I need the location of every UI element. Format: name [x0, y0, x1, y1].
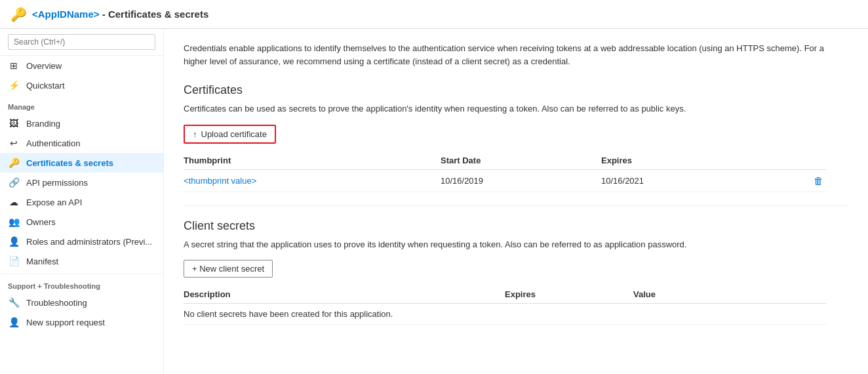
start-date-value: 10/16/2019	[441, 169, 601, 192]
sidebar-item-owners[interactable]: 👥 Owners	[0, 212, 163, 232]
app-name: <AppIDName>	[32, 9, 100, 20]
certificates-section-title: Certificates	[184, 83, 848, 97]
sidebar-item-new-support[interactable]: 👤 New support request	[0, 312, 163, 332]
certificates-secrets-icon: 🔑	[8, 157, 20, 168]
new-client-secret-button[interactable]: + New client secret	[184, 260, 273, 278]
certificates-table: Thumbprint Start Date Expires <thumbprin…	[184, 150, 826, 192]
page-header: 🔑 <AppIDName> - Certificates & secrets	[0, 0, 868, 29]
client-secrets-description: A secret string that the application use…	[184, 238, 826, 251]
sidebar-item-overview[interactable]: ⊞ Overview	[0, 56, 163, 75]
sidebar-item-roles-admins-label: Roles and administrators (Previ...	[26, 237, 152, 247]
manifest-icon: 📄	[8, 256, 20, 266]
sidebar-item-overview-label: Overview	[26, 61, 62, 71]
sidebar-item-roles-admins[interactable]: 👤 Roles and administrators (Previ...	[0, 232, 163, 251]
owners-icon: 👥	[8, 217, 20, 227]
overview-icon: ⊞	[8, 60, 20, 71]
search-input[interactable]	[8, 34, 155, 50]
sidebar-item-branding[interactable]: 🖼 Branding	[0, 114, 163, 133]
new-support-icon: 👤	[8, 317, 20, 327]
no-data-text: No client secrets have been created for …	[184, 304, 826, 325]
api-permissions-icon: 🔗	[8, 177, 20, 188]
sidebar-item-quickstart[interactable]: ⚡ Quickstart	[0, 75, 163, 95]
client-secrets-table: Description Expires Value No client secr…	[184, 284, 826, 325]
expose-api-icon: ☁	[8, 197, 20, 207]
col-header-value: Value	[633, 284, 794, 304]
sidebar-item-new-support-label: New support request	[26, 318, 105, 327]
manage-section-label: Manage	[0, 95, 163, 114]
col-header-description: Description	[184, 284, 505, 304]
new-client-secret-label: + New client secret	[192, 264, 264, 274]
thumbprint-value[interactable]: <thumbprint value>	[184, 169, 441, 192]
sidebar-item-manifest[interactable]: 📄 Manifest	[0, 251, 163, 271]
section-divider	[184, 205, 848, 206]
delete-action[interactable]: 🗑	[762, 169, 826, 192]
sidebar-item-authentication[interactable]: ↩ Authentication	[0, 133, 163, 153]
sidebar-item-api-permissions-label: API permissions	[26, 178, 88, 188]
intro-text: Credentials enable applications to ident…	[184, 42, 826, 68]
sidebar-item-troubleshooting-label: Troubleshooting	[26, 298, 87, 308]
no-secrets-row: No client secrets have been created for …	[184, 304, 826, 325]
table-row: <thumbprint value> 10/16/2019 10/16/2021…	[184, 169, 826, 192]
client-secrets-section-title: Client secrets	[184, 219, 848, 233]
support-section-label: Support + Troubleshooting	[0, 274, 163, 293]
sidebar-item-expose-api[interactable]: ☁ Expose an API	[0, 192, 163, 212]
upload-certificate-label: Upload certificate	[201, 129, 267, 139]
branding-icon: 🖼	[8, 118, 20, 129]
sidebar-item-owners-label: Owners	[26, 217, 56, 227]
delete-icon[interactable]: 🗑	[814, 175, 823, 186]
sidebar-search-container	[0, 29, 163, 56]
col-header-action-cs	[794, 284, 826, 304]
sidebar-item-authentication-label: Authentication	[26, 138, 80, 148]
troubleshooting-icon: 🔧	[8, 297, 20, 308]
sidebar-item-branding-label: Branding	[26, 119, 60, 129]
col-header-expires: Expires	[601, 150, 762, 170]
expires-value: 10/16/2021	[601, 169, 762, 192]
sidebar-item-api-permissions[interactable]: 🔗 API permissions	[0, 173, 163, 192]
sidebar-item-manifest-label: Manifest	[26, 257, 58, 266]
sidebar-item-expose-api-label: Expose an API	[26, 197, 82, 207]
header-key-icon: 🔑	[10, 7, 27, 22]
roles-admins-icon: 👤	[8, 236, 20, 247]
upload-icon: ↑	[193, 129, 197, 139]
sidebar-item-certificates-secrets-label: Certificates & secrets	[26, 158, 113, 168]
sidebar-item-troubleshooting[interactable]: 🔧 Troubleshooting	[0, 293, 163, 312]
header-separator: -	[102, 9, 108, 20]
col-header-expires-cs: Expires	[505, 284, 633, 304]
sidebar: ⊞ Overview ⚡ Quickstart Manage 🖼 Brandin…	[0, 29, 164, 374]
col-header-start-date: Start Date	[441, 150, 601, 170]
main-content: Credentials enable applications to ident…	[164, 29, 868, 374]
sidebar-item-certificates-secrets[interactable]: 🔑 Certificates & secrets	[0, 153, 163, 173]
quickstart-icon: ⚡	[8, 80, 20, 91]
col-header-action	[762, 150, 826, 170]
page-title: Certificates & secrets	[108, 9, 208, 20]
authentication-icon: ↩	[8, 138, 20, 148]
certificates-description: Certificates can be used as secrets to p…	[184, 102, 826, 115]
upload-certificate-button[interactable]: ↑ Upload certificate	[184, 125, 276, 144]
col-header-thumbprint: Thumbprint	[184, 150, 441, 170]
main-layout: ⊞ Overview ⚡ Quickstart Manage 🖼 Brandin…	[0, 29, 868, 374]
sidebar-item-quickstart-label: Quickstart	[26, 81, 65, 91]
